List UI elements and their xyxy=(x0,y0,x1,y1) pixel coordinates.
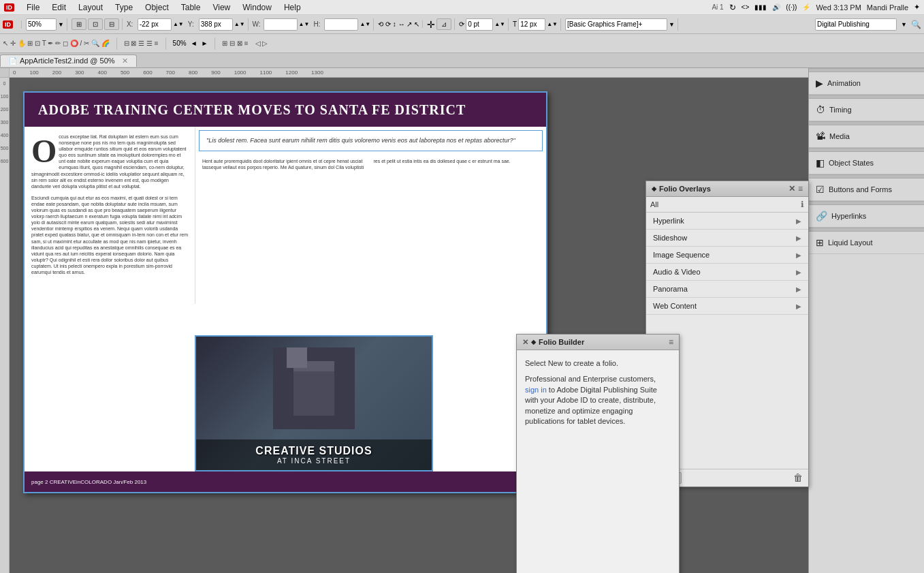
folio-builder-menu-btn[interactable]: ≡ xyxy=(669,337,673,347)
panorama-arrow: ▶ xyxy=(796,285,801,293)
timing-icon: ⏱ xyxy=(816,104,825,115)
view-btn-1[interactable]: ⊞ xyxy=(71,18,86,30)
zoom-percent: 50% xyxy=(173,40,187,47)
refresh-icon[interactable]: ↻ xyxy=(729,3,736,12)
shape-tool-icon[interactable]: ✛ xyxy=(427,19,435,30)
zoom-input[interactable] xyxy=(26,18,57,31)
folio-panel-search: All ℹ xyxy=(646,197,808,213)
image-sequence-label: Image Sequence xyxy=(653,251,710,259)
panel-item-animation[interactable]: ▶ Animation xyxy=(809,72,924,95)
menu-bar: ID File Edit Layout Type Object Table Vi… xyxy=(0,0,924,15)
menu-type[interactable]: Type xyxy=(110,1,138,14)
panel-item-hyperlinks[interactable]: 🔗 Hyperlinks xyxy=(809,205,924,228)
image-sequence-arrow: ▶ xyxy=(796,251,801,259)
toolbar-right: ▼ 🔍 xyxy=(815,18,921,31)
transform-mode-btn[interactable]: ⊿ xyxy=(436,18,451,30)
angle-input[interactable] xyxy=(466,18,493,31)
menu-layout[interactable]: Layout xyxy=(73,1,108,14)
h-stepper[interactable]: ▲▼ xyxy=(360,21,370,27)
fontsize-stepper[interactable]: ▲▼ xyxy=(547,21,558,27)
rulers-top: 0100200300400500600700800900100011001200… xyxy=(0,68,808,78)
tab-bar: 📄 AppArticleTest2.indd @ 50% ✕ xyxy=(0,53,924,68)
power-icon: ⚡ xyxy=(802,3,810,11)
folio-item-web-content[interactable]: Web Content ▶ xyxy=(646,298,808,315)
spread-icons: ◁ ▷ xyxy=(255,40,268,47)
animation-icon: ▶ xyxy=(816,78,823,89)
zoom-plus-icon[interactable]: ► xyxy=(202,40,208,47)
frame-dropdown-icon[interactable]: ▼ xyxy=(669,21,675,28)
menu-object[interactable]: Object xyxy=(140,1,174,14)
doc-tab-close[interactable]: ✕ xyxy=(122,57,128,65)
folio-builder-triangle: ◆ xyxy=(531,339,536,345)
y-stepper[interactable]: ▲▼ xyxy=(234,21,245,27)
folio-item-panorama[interactable]: Panorama ▶ xyxy=(646,281,808,298)
image-overlay: CREATIVE STUDIOS AT INCA STREET xyxy=(196,439,432,470)
w-input[interactable] xyxy=(264,18,298,31)
drop-cap: O xyxy=(31,135,57,168)
select-new-text: Select New to create a folio. xyxy=(525,358,671,369)
folio-panel-close-btn[interactable]: ✕ xyxy=(788,184,795,193)
menu-table[interactable]: Table xyxy=(176,1,206,14)
menu-edit[interactable]: Edit xyxy=(46,1,71,14)
sign-in-link[interactable]: sign in xyxy=(525,386,547,394)
media-label: Media xyxy=(829,132,850,140)
info-icon[interactable]: ℹ xyxy=(801,200,804,209)
view-btn-3[interactable]: ⊟ xyxy=(104,18,119,30)
code-icon: <> xyxy=(742,3,750,11)
menu-view[interactable]: View xyxy=(207,1,236,14)
folio-item-slideshow[interactable]: Slideshow ▶ xyxy=(646,230,808,247)
folio-overlays-title-bar: ◆ Folio Overlays ✕ ≡ xyxy=(646,181,808,197)
angle-stepper[interactable]: ▲▼ xyxy=(494,21,505,27)
angle-icon: ⟳ xyxy=(459,20,464,28)
page-header: ADOBE TRAINING CENTER MOVES TO SANTA FE … xyxy=(25,93,546,127)
object-states-label: Object States xyxy=(829,159,874,167)
wifi-icon: ((·)) xyxy=(786,3,797,11)
nav-icons: ⊞ ⊟ ⊠ ≡ xyxy=(222,40,248,47)
panel-item-media[interactable]: 📽 Media xyxy=(809,125,924,148)
hyperlink-label: Hyperlink xyxy=(653,217,684,225)
folio-builder-close-btn[interactable]: ✕ xyxy=(522,338,528,347)
view-btn-2[interactable]: ⊡ xyxy=(88,18,103,30)
x-stepper[interactable]: ▲▼ xyxy=(173,21,184,27)
panel-item-liquid-layout[interactable]: ⊞ Liquid Layout xyxy=(809,232,924,254)
folio-item-audio-video[interactable]: Audio & Video ▶ xyxy=(646,264,808,281)
search-icon[interactable]: 🔍 xyxy=(911,20,921,29)
ruler-corner xyxy=(0,68,10,78)
folio-overlays-title-triangle: ◆ xyxy=(652,185,656,192)
menu-window[interactable]: Window xyxy=(237,1,277,14)
toolbar-group-shape: ✛ ⊿ xyxy=(427,18,455,30)
folio-builder-panel: ✕ ◆ Folio Builder ≡ Select New to create… xyxy=(516,334,680,573)
delete-icon[interactable]: 🗑 xyxy=(793,472,803,484)
zoom-dropdown-icon[interactable]: ▼ xyxy=(58,21,64,28)
quote-box: "Lis dolest rem. Facea sunt earum nihili… xyxy=(199,130,543,151)
audio-video-label: Audio & Video xyxy=(653,268,701,276)
slideshow-arrow: ▶ xyxy=(796,234,801,242)
panel-item-buttons-forms[interactable]: ☑ Buttons and Forms xyxy=(809,179,924,201)
document-tab[interactable]: 📄 AppArticleTest2.indd @ 50% ✕ xyxy=(0,55,137,67)
panel-item-timing[interactable]: ⏱ Timing xyxy=(809,99,924,121)
folio-item-image-sequence[interactable]: Image Sequence ▶ xyxy=(646,247,808,264)
w-stepper[interactable]: ▲▼ xyxy=(299,21,310,27)
h-label: H: xyxy=(313,20,323,28)
fontsize-input[interactable] xyxy=(518,18,545,31)
workspace-input[interactable] xyxy=(815,18,897,31)
folio-panel-menu-btn[interactable]: ≡ xyxy=(798,184,803,193)
frame-style-input[interactable] xyxy=(565,18,667,31)
zoom-minus-icon[interactable]: ◄ xyxy=(191,40,197,47)
menu-help[interactable]: Help xyxy=(278,1,306,14)
x-input[interactable] xyxy=(138,18,172,31)
folio-item-hyperlink[interactable]: Hyperlink ▶ xyxy=(646,213,808,230)
toolbar-main: ID ▼ ⊞ ⊡ ⊟ X: ▲▼ Y: ▲▼ W: ▲▼ H: ▲▼ ⟲ ⟳ ↕… xyxy=(0,15,924,34)
ai-indicator: Ai 1 xyxy=(712,3,723,11)
h-input[interactable] xyxy=(324,18,358,31)
workspace-dropdown-icon[interactable]: ▼ xyxy=(901,21,907,28)
toolbar-group-fontsize: T ▲▼ xyxy=(513,18,561,31)
liquid-layout-label: Liquid Layout xyxy=(828,238,872,247)
y-input[interactable] xyxy=(199,18,233,31)
doc-icon: 📄 xyxy=(9,57,17,65)
toolbar-group-transform: X: ▲▼ Y: ▲▼ xyxy=(127,18,249,31)
panel-item-object-states[interactable]: ◧ Object States xyxy=(809,152,924,174)
menu-file[interactable]: File xyxy=(21,1,45,14)
body-text-2: Esciundi cumquia qui aut etur as eos max… xyxy=(31,195,188,275)
toolbar-secondary: ↖ ✛ ✋ ⊞ ⊡ T ✒ ✏ ◻ ⭕ / ✂ 🔍 🌈 ⊟ ⊠ ☰ ☰ ≡ 50… xyxy=(0,34,924,53)
